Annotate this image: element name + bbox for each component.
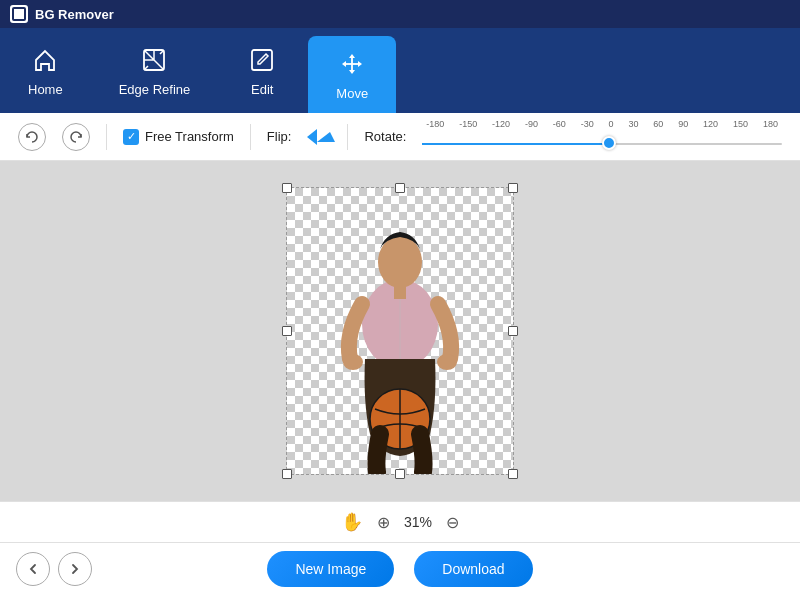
handle-bottom-mid[interactable] — [395, 469, 405, 479]
free-transform-label: Free Transform — [145, 129, 234, 144]
handle-top-left[interactable] — [282, 183, 292, 193]
toolbar: ✓ Free Transform Flip: Rotate: -180-150-… — [0, 113, 800, 161]
nav-item-move[interactable]: Move — [308, 36, 396, 113]
person-figure — [315, 204, 485, 474]
svg-rect-1 — [252, 50, 272, 70]
nav-item-edge-refine[interactable]: Edge Refine — [91, 28, 219, 113]
footer: New Image Download — [0, 543, 800, 593]
title-bar: BG Remover — [0, 0, 800, 28]
toolbar-separator-1 — [106, 124, 107, 150]
app-icon — [10, 5, 28, 23]
free-transform-checkbox[interactable]: ✓ Free Transform — [123, 129, 234, 145]
rotate-label: Rotate: — [364, 129, 406, 144]
top-nav: Home Edge Refine Edit — [0, 28, 800, 113]
home-icon — [29, 44, 61, 76]
toolbar-separator-3 — [347, 124, 348, 150]
redo-button[interactable] — [62, 123, 90, 151]
move-icon — [336, 48, 368, 80]
nav-move-label: Move — [336, 86, 368, 101]
nav-item-edit[interactable]: Edit — [218, 28, 306, 113]
svg-point-5 — [378, 236, 422, 288]
rotate-slider[interactable]: -180-150-120-90-60-300306090120150180 — [422, 119, 782, 155]
flip-vertical-button[interactable] — [317, 132, 335, 142]
handle-mid-left[interactable] — [282, 326, 292, 336]
zoom-percent: 31% — [404, 514, 432, 530]
svg-rect-6 — [394, 284, 406, 299]
next-button[interactable] — [58, 552, 92, 586]
grab-icon[interactable]: ✋ — [341, 511, 363, 533]
svg-point-11 — [343, 354, 363, 370]
image-container[interactable] — [286, 187, 514, 475]
prev-button[interactable] — [16, 552, 50, 586]
undo-button[interactable] — [18, 123, 46, 151]
nav-edit-label: Edit — [251, 82, 273, 97]
nav-item-home[interactable]: Home — [0, 28, 91, 113]
svg-point-12 — [437, 354, 457, 370]
zoom-in-icon[interactable]: ⊕ — [377, 513, 390, 532]
handle-bottom-right[interactable] — [508, 469, 518, 479]
canvas-area — [0, 161, 800, 501]
checkbox-icon: ✓ — [123, 129, 139, 145]
edge-refine-icon — [138, 44, 170, 76]
nav-edge-refine-label: Edge Refine — [119, 82, 191, 97]
nav-home-label: Home — [28, 82, 63, 97]
rotate-thumb[interactable] — [602, 136, 616, 150]
app-title: BG Remover — [35, 7, 114, 22]
handle-top-mid[interactable] — [395, 183, 405, 193]
zoom-bar: ✋ ⊕ 31% ⊖ — [0, 501, 800, 543]
footer-nav — [16, 552, 92, 586]
rotate-fill — [422, 143, 609, 145]
toolbar-separator-2 — [250, 124, 251, 150]
scale-label-row: -180-150-120-90-60-300306090120150180 — [422, 119, 782, 129]
handle-bottom-left[interactable] — [282, 469, 292, 479]
flip-horizontal-button[interactable] — [307, 129, 317, 145]
flip-arrows — [307, 128, 331, 146]
download-button[interactable]: Download — [414, 551, 532, 587]
flip-label: Flip: — [267, 129, 292, 144]
edit-icon — [246, 44, 278, 76]
zoom-out-icon[interactable]: ⊖ — [446, 513, 459, 532]
handle-top-right[interactable] — [508, 183, 518, 193]
new-image-button[interactable]: New Image — [267, 551, 394, 587]
handle-mid-right[interactable] — [508, 326, 518, 336]
